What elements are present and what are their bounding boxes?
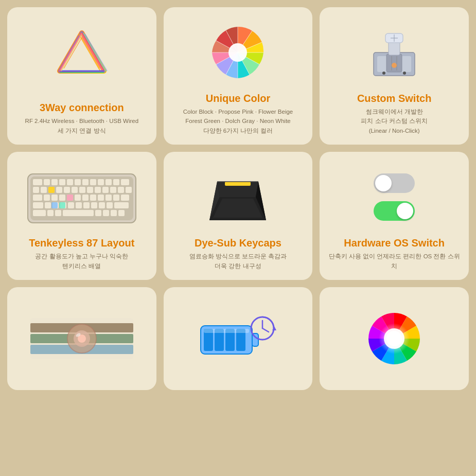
3way-icon xyxy=(54,29,110,85)
svg-rect-46 xyxy=(87,187,93,193)
svg-rect-75 xyxy=(33,210,46,216)
svg-rect-47 xyxy=(95,187,101,193)
toggles-container xyxy=(374,173,415,221)
card-3way: 3Way connection RF 2.4Hz Wireless · Blue… xyxy=(7,7,156,145)
card-layers xyxy=(7,287,156,390)
keyboard-icon xyxy=(25,166,138,228)
svg-rect-81 xyxy=(111,210,117,216)
svg-rect-29 xyxy=(51,179,58,185)
svg-rect-38 xyxy=(121,179,129,185)
svg-rect-76 xyxy=(47,210,54,216)
card-desc-dyesub: 염료승화 방식으로 보드라운 촉감과 더욱 강한 내구성 xyxy=(189,252,287,271)
custom-switch-icon xyxy=(366,24,422,81)
svg-rect-40 xyxy=(41,187,47,193)
toggle-on xyxy=(374,201,415,221)
card-desc-color: Color Block · Propose Pink · Flower Beig… xyxy=(183,107,293,135)
svg-point-20 xyxy=(382,72,385,75)
svg-rect-79 xyxy=(95,210,101,216)
card-switch: Custom Switch 썸크웨이에서 개발한 피치 소다 커스텀 스위치 (… xyxy=(320,7,469,145)
card-colorwheel xyxy=(320,287,469,390)
card-tenkeyless: Tenkeyless 87 Layout 공간 활용도가 높고 누구나 익숙한 … xyxy=(7,152,156,280)
card-icon-3way xyxy=(14,16,149,98)
svg-rect-71 xyxy=(91,202,97,208)
card-title-switch: Custom Switch xyxy=(357,93,431,104)
svg-rect-73 xyxy=(107,202,113,208)
toggle-knob-on xyxy=(397,203,413,219)
card-icon-colorwheel xyxy=(327,296,462,381)
svg-rect-42 xyxy=(56,187,62,193)
svg-rect-36 xyxy=(105,179,112,185)
keycap-icon xyxy=(207,164,269,231)
card-icon-battery xyxy=(171,296,306,381)
svg-rect-57 xyxy=(75,195,81,201)
svg-rect-62 xyxy=(113,195,119,201)
svg-rect-52 xyxy=(33,195,42,201)
svg-rect-45 xyxy=(79,187,85,193)
svg-rect-35 xyxy=(98,179,104,185)
card-desc-3way: RF 2.4Hz Wireless · Bluetooth · USB Wire… xyxy=(25,116,138,135)
card-dyesub: Dye-Sub Keycaps 염료승화 방식으로 보드라운 촉감과 더욱 강한… xyxy=(164,152,313,280)
svg-rect-106 xyxy=(204,329,249,333)
svg-rect-30 xyxy=(59,179,65,185)
svg-rect-27 xyxy=(33,179,42,185)
svg-rect-33 xyxy=(82,179,89,185)
svg-rect-51 xyxy=(126,187,132,193)
svg-rect-64 xyxy=(33,202,43,208)
card-title-3way: 3Way connection xyxy=(40,102,124,114)
svg-rect-59 xyxy=(90,195,96,201)
card-title-tenkeyless: Tenkeyless 87 Layout xyxy=(29,237,134,249)
svg-rect-39 xyxy=(33,187,39,193)
svg-rect-61 xyxy=(105,195,112,201)
svg-rect-48 xyxy=(102,187,109,193)
svg-rect-37 xyxy=(113,179,119,185)
battery-icon xyxy=(197,308,279,369)
svg-rect-69 xyxy=(76,202,82,208)
card-icon-dyesub xyxy=(171,161,306,233)
card-title-osswitch: Hardware OS Switch xyxy=(344,237,445,249)
svg-rect-50 xyxy=(118,187,124,193)
card-icon-switch xyxy=(327,16,462,89)
svg-rect-54 xyxy=(51,195,58,201)
color-fan-icon xyxy=(209,24,266,81)
card-icon-color xyxy=(171,16,306,89)
svg-rect-60 xyxy=(98,195,104,201)
card-title-dyesub: Dye-Sub Keycaps xyxy=(195,237,281,249)
svg-rect-44 xyxy=(72,187,78,193)
svg-rect-84 xyxy=(59,202,65,208)
svg-rect-34 xyxy=(90,179,96,185)
svg-rect-77 xyxy=(55,210,61,216)
svg-rect-43 xyxy=(64,187,70,193)
svg-point-109 xyxy=(386,331,402,346)
svg-rect-65 xyxy=(45,202,51,208)
svg-rect-70 xyxy=(83,202,90,208)
svg-rect-41 xyxy=(48,187,55,193)
card-desc-switch: 썸크웨이에서 개발한 피치 소다 커스텀 스위치 (Linear / Non-C… xyxy=(361,107,428,135)
svg-rect-32 xyxy=(75,179,81,185)
svg-rect-83 xyxy=(51,202,58,208)
card-icon-tenkeyless xyxy=(14,161,149,233)
card-icon-layers xyxy=(14,296,149,381)
feature-grid: 3Way connection RF 2.4Hz Wireless · Blue… xyxy=(0,0,476,397)
svg-rect-72 xyxy=(99,202,105,208)
card-osswitch: Hardware OS Switch 단축키 사용 없이 언제라도 편리한 OS… xyxy=(320,152,469,280)
svg-rect-55 xyxy=(59,195,65,201)
svg-rect-80 xyxy=(103,210,109,216)
svg-marker-105 xyxy=(272,326,276,330)
svg-rect-31 xyxy=(67,179,73,185)
svg-rect-49 xyxy=(110,187,116,193)
svg-rect-85 xyxy=(67,195,73,201)
card-battery xyxy=(164,287,313,390)
svg-rect-63 xyxy=(121,195,129,201)
card-color: Unique Color Color Block · Propose Pink … xyxy=(164,7,313,145)
svg-line-104 xyxy=(262,328,269,332)
card-title-color: Unique Color xyxy=(206,93,271,104)
svg-rect-68 xyxy=(68,202,74,208)
svg-rect-74 xyxy=(114,202,129,208)
toggle-off xyxy=(374,173,415,193)
svg-rect-28 xyxy=(44,179,50,185)
toggle-knob-off xyxy=(375,175,392,191)
svg-rect-53 xyxy=(44,195,50,201)
svg-rect-86 xyxy=(225,182,251,186)
svg-point-21 xyxy=(403,72,406,75)
svg-point-22 xyxy=(392,63,397,68)
